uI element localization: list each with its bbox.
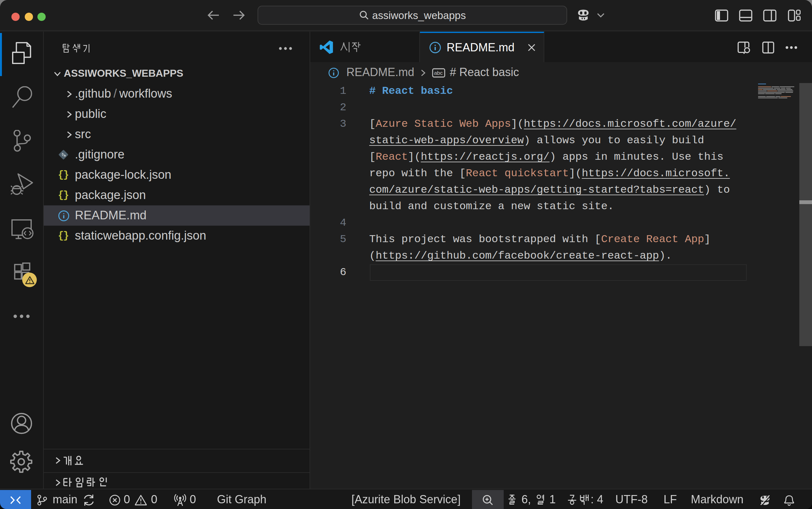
svg-text:abc: abc [434,70,443,76]
